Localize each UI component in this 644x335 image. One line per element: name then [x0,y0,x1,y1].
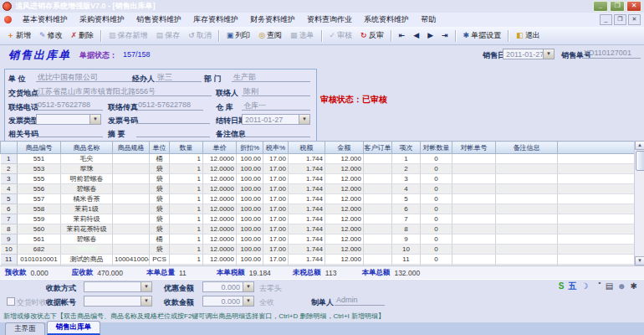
cell-qty[interactable]: 1 [170,174,203,184]
menu-item-2[interactable]: 销售资料维护 [130,13,187,25]
cell-tax[interactable]: 1.744 [289,234,325,245]
mdi-minimize-button[interactable]: _ [600,14,612,25]
cell-recon_qty[interactable]: 0 [421,164,452,174]
cell-taxrate[interactable]: 17.00 [263,194,289,204]
cell-recon_no[interactable] [452,194,496,204]
cell-num[interactable]: 2 [1,164,18,174]
cell-filler[interactable] [558,224,635,234]
fax-field[interactable]: 0512-57622788 [136,100,203,111]
menu-item-7[interactable]: 帮助 [415,13,442,25]
cell-qty[interactable]: 1 [170,214,203,224]
mdi-restore-button[interactable]: ❐ [614,14,626,25]
cell-discount[interactable]: 100.00 [237,154,263,164]
cell-discount[interactable]: 100.00 [237,255,263,265]
cell-filler[interactable] [558,174,635,184]
dept-field[interactable]: 生产部 [232,72,310,82]
close-button[interactable]: ✕ [626,1,641,12]
cell-num[interactable]: 5 [1,194,18,204]
chevron-down-icon[interactable]: ▼ [89,115,100,124]
cell-filler[interactable] [558,245,635,255]
cell-discount[interactable]: 100.00 [237,204,263,214]
cell-tax[interactable]: 1.744 [289,245,325,255]
column-header-num[interactable] [1,142,18,154]
unit-field[interactable]: 优比中国有限公司 [36,72,135,82]
cell-seq[interactable]: 6 [392,204,421,214]
cell-name[interactable]: 茉莉特级 [61,214,113,224]
cell-code[interactable]: 557 [18,194,61,204]
cell-seq[interactable]: 4 [392,184,421,194]
toolbar-button-search[interactable]: ◎查阅 [254,28,286,44]
cell-price[interactable]: 12.0000 [203,234,237,245]
cell-order[interactable] [364,214,392,224]
chevron-down-icon[interactable]: ▼ [141,282,151,291]
cell-qty[interactable]: 1 [170,204,203,214]
cell-amount[interactable]: 12.000 [325,214,364,224]
cell-filler[interactable] [558,204,635,214]
cell-code[interactable]: 559 [18,214,61,224]
cell-spec[interactable] [113,184,150,194]
cell-taxrate[interactable]: 17.00 [263,224,289,234]
cell-num[interactable]: 3 [1,174,18,184]
invoice-no-field[interactable] [136,114,210,124]
wubi-mode-icon[interactable]: 五 [568,281,576,291]
cell-recon_qty[interactable]: 0 [421,184,452,194]
discount-amount-combo[interactable]: 0.000 ▼ [202,281,254,292]
mdi-close-button[interactable]: ✕ [628,14,641,25]
chevron-down-icon[interactable]: ▼ [243,282,253,291]
cell-taxrate[interactable]: 17.00 [263,154,289,164]
cell-price[interactable]: 12.0000 [203,174,237,184]
nav-prev[interactable]: ◀ [409,29,423,42]
cell-name[interactable]: 碧螺春 [61,184,113,194]
cell-unit[interactable]: 袋 [150,194,170,204]
cell-amount[interactable]: 12.000 [325,154,364,164]
menu-item-0[interactable]: 基本资料维护 [17,13,74,25]
sogou-logo-icon[interactable]: S [559,281,565,291]
cell-filler[interactable] [558,184,635,194]
cell-spec[interactable] [113,214,150,224]
cell-num[interactable]: 9 [1,234,18,245]
cell-num[interactable]: 8 [1,224,18,234]
column-header-code[interactable]: 商品编号 [18,142,61,154]
cell-seq[interactable]: 3 [392,174,421,184]
column-header-taxrate[interactable]: 税率% [263,142,289,154]
cell-discount[interactable]: 100.00 [237,214,263,224]
cell-price[interactable]: 12.0000 [203,164,237,174]
cell-amount[interactable]: 12.000 [325,194,364,204]
column-header-note[interactable]: 备注信息 [496,142,558,154]
cell-code[interactable]: 553 [18,164,61,174]
cell-code[interactable]: 551 [18,154,61,164]
cell-filler[interactable] [558,194,635,204]
column-header-seq[interactable]: 项次 [392,142,421,154]
cell-name[interactable]: 明前碧螺春 [61,174,113,184]
cell-note[interactable] [496,224,558,234]
cell-amount[interactable]: 12.000 [325,174,364,184]
cell-order[interactable] [364,174,392,184]
scroll-down-icon[interactable]: ▼ [635,256,644,265]
cell-order[interactable] [364,234,392,245]
soft-keyboard-icon[interactable]: ▤ [606,281,613,291]
cell-order[interactable] [364,255,392,265]
toolbar-button-unaudit[interactable]: ↻反审 [356,28,388,44]
menu-item-1[interactable]: 采购资料维护 [74,13,130,25]
cell-note[interactable] [496,174,558,184]
cell-seq[interactable]: 5 [392,194,421,204]
cell-qty[interactable]: 1 [170,184,203,194]
collect-on-delivery-checkbox[interactable] [7,297,15,306]
menu-item-6[interactable]: 系统资料维护 [358,13,415,25]
cell-price[interactable]: 12.0000 [203,154,237,164]
cell-taxrate[interactable]: 17.00 [263,255,289,265]
cell-spec[interactable] [113,154,150,164]
cell-discount[interactable]: 100.00 [237,224,263,234]
cell-seq[interactable]: 10 [392,245,421,255]
invoice-type-combo[interactable]: ▼ [36,114,101,125]
cell-spec[interactable]: 1000410004 [113,255,150,265]
toolbar-button-print[interactable]: ▣列印 [222,28,255,44]
cell-spec[interactable] [113,164,150,174]
cell-qty[interactable]: 1 [170,255,203,265]
column-header-filler[interactable] [558,142,635,154]
scroll-thumb[interactable] [636,151,644,171]
cell-code[interactable]: 555 [18,174,61,184]
cell-taxrate[interactable]: 17.00 [263,245,289,255]
scroll-up-icon[interactable]: ▲ [635,141,644,150]
phone-field[interactable]: 0512-57622788 [36,100,103,111]
